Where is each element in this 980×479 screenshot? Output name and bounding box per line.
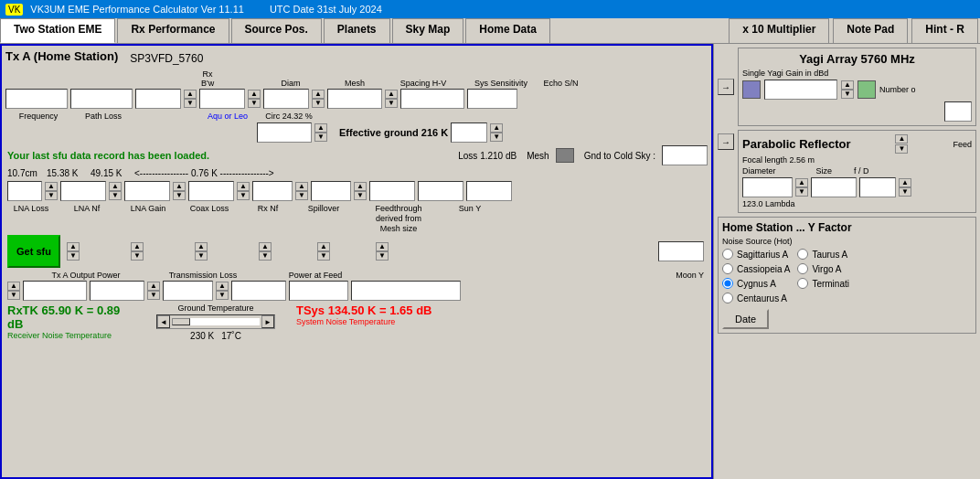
radio-cassiopeia[interactable]: Cassiopeia A: [722, 263, 790, 274]
diam-down[interactable]: ▼: [248, 99, 261, 108]
radio-terminati-input[interactable]: [797, 278, 808, 289]
tx-a-title: Tx A (Home Station): [5, 49, 118, 63]
main-layout: Tx A (Home Station) SP3VFD_5760 Rx B'w D…: [0, 44, 980, 479]
power-dbw-input[interactable]: 15.73 dBW: [289, 281, 348, 301]
fd-spinner[interactable]: ▲ ▼: [899, 178, 911, 197]
ground-temp-scrollbar[interactable]: ◄ ►: [156, 314, 275, 329]
tx-watts-input[interactable]: 42 Watts: [23, 281, 87, 301]
tab-rx-performance[interactable]: Rx Performance: [117, 18, 229, 43]
v5-spinner[interactable]: ▲ ▼: [295, 182, 308, 200]
yagi-gain-spinner[interactable]: ▲ ▼: [841, 80, 854, 99]
v9-input[interactable]: 20.52 dB: [466, 181, 512, 201]
mesh-up[interactable]: ▲: [312, 90, 325, 99]
ground-temp-right-btn[interactable]: ►: [261, 315, 274, 328]
radio-cygnus[interactable]: Cygnus A: [722, 278, 790, 289]
radio-virgo-input[interactable]: [797, 263, 808, 274]
radio-centaurus[interactable]: Centaurus A: [722, 293, 790, 303]
tx-dbw-input[interactable]: 16.23 dBW: [90, 281, 144, 301]
tab-hint[interactable]: Hint - R: [911, 18, 978, 43]
fd-input[interactable]: 0.40: [859, 177, 896, 197]
rx-bw-down[interactable]: ▼: [184, 99, 197, 108]
radio-taurus-input[interactable]: [797, 249, 808, 260]
val-090-input[interactable]: 0.90: [451, 122, 487, 143]
get-sfu-spinner[interactable]: ▲ ▼: [67, 242, 80, 261]
yagi-color-box: [742, 80, 761, 99]
val090-spinner[interactable]: ▲ ▼: [490, 123, 503, 142]
diam-input[interactable]: 120 Hz: [199, 89, 245, 109]
radio-cygnus-input[interactable]: [722, 278, 733, 289]
v4-input[interactable]: 26.0 dB: [188, 181, 234, 201]
lna-gain-label: LNA Gain: [119, 204, 177, 233]
tab-two-station-eme[interactable]: Two Station EME: [0, 18, 115, 43]
ground-temp-thumb[interactable]: [172, 318, 190, 325]
v1-spinner[interactable]: ▲ ▼: [45, 182, 58, 200]
feed-up-btn[interactable]: ▲: [895, 134, 908, 144]
spacing2-down[interactable]: ▼: [314, 133, 327, 142]
tab-source-pos[interactable]: Source Pos.: [231, 18, 322, 43]
diameter-spinner[interactable]: ▲ ▼: [795, 178, 808, 197]
metric-input[interactable]: Metric: [811, 177, 857, 197]
tab-note-pad[interactable]: Note Pad: [833, 18, 908, 43]
tab-home-data[interactable]: Home Data: [465, 18, 550, 43]
val090-down[interactable]: ▼: [490, 133, 503, 142]
spacing-input[interactable]: 8.00 mm: [327, 89, 382, 109]
radio-sagittarius-input[interactable]: [722, 249, 733, 260]
transmission-loss-spinner[interactable]: ▲ ▼: [147, 282, 160, 300]
val090-up[interactable]: ▲: [490, 123, 503, 133]
v3-spinner[interactable]: ▲ ▼: [173, 182, 186, 200]
ground-temp-left-btn[interactable]: ◄: [157, 315, 170, 328]
date-button[interactable]: Date: [722, 309, 769, 329]
radio-centaurus-input[interactable]: [722, 293, 733, 303]
spacing2-spinner[interactable]: ▲ ▼: [314, 123, 327, 142]
spacing2-up[interactable]: ▲: [314, 123, 327, 133]
diam-up[interactable]: ▲: [248, 90, 261, 99]
diam-spinner[interactable]: ▲ ▼: [248, 90, 261, 108]
arrow-left-2[interactable]: →: [718, 133, 734, 150]
v6-input[interactable]: 1.0 dB: [311, 181, 351, 201]
diameter-input[interactable]: 6.40 m: [742, 177, 793, 197]
power-watts-input[interactable]: 37 Watts: [231, 281, 286, 301]
frequency-input[interactable]: 5760 MHz: [5, 89, 68, 109]
radio-cassiopeia-input[interactable]: [722, 263, 733, 274]
tx-power-spinner[interactable]: ▲ ▼: [7, 282, 20, 300]
radio-sagittarius[interactable]: Sagittarius A: [722, 249, 790, 260]
tab-sky-map[interactable]: Sky Map: [392, 18, 464, 43]
yagi-gain-input[interactable]: 16.00 dBd: [764, 80, 837, 100]
spacing-up[interactable]: ▲: [385, 90, 398, 99]
v7-input[interactable]: 25.33 K: [369, 181, 415, 201]
v5-input[interactable]: 2.0 dB: [252, 181, 293, 201]
tab-planets[interactable]: Planets: [324, 18, 390, 43]
v8-input[interactable]: 35.27 K: [418, 181, 463, 201]
sys-sensitivity-input[interactable]: -156.5 dBm: [400, 89, 464, 109]
rx-bw-input[interactable]: 8.0 K: [135, 89, 181, 109]
v6-spinner[interactable]: ▲ ▼: [354, 182, 367, 200]
spacing-spinner[interactable]: ▲ ▼: [385, 90, 398, 108]
tab-x10-multiplier[interactable]: x 10 Multiplier: [729, 18, 829, 43]
gnd-cold-sky-val[interactable]: 3.59 dB: [662, 145, 708, 165]
rx-bw-up[interactable]: ▲: [184, 90, 197, 99]
get-sfu-button[interactable]: Get sfu: [7, 235, 60, 268]
v4-spinner[interactable]: ▲ ▼: [237, 182, 250, 200]
echo-sn-input[interactable]: 15.41 dB: [467, 89, 517, 109]
mesh-down[interactable]: ▼: [312, 99, 325, 108]
feed-down-btn[interactable]: ▼: [895, 144, 908, 154]
mesh-input[interactable]: 0.80 mm: [263, 89, 309, 109]
spacing2-input[interactable]: 8.00 mm: [257, 122, 312, 143]
v2-input[interactable]: 0.20 dB: [60, 181, 106, 201]
v1-input[interactable]: 168: [7, 181, 42, 201]
path-loss-input[interactable]: 283.93 dB: [70, 89, 133, 109]
radio-terminati[interactable]: Terminati: [797, 278, 849, 289]
arrow-left-1[interactable]: →: [718, 79, 734, 95]
yagi-number-input[interactable]: 1: [944, 101, 972, 122]
radio-taurus[interactable]: Taurus A: [797, 249, 849, 260]
transmission-loss-input[interactable]: 0.5 dB: [163, 281, 213, 301]
power-feed-spinner[interactable]: ▲ ▼: [216, 282, 229, 300]
v2-spinner[interactable]: ▲ ▼: [109, 182, 122, 200]
spacing-down[interactable]: ▼: [385, 99, 398, 108]
feedthrough-input[interactable]: 2.08 dB: [658, 241, 704, 261]
radio-virgo[interactable]: Virgo A: [797, 263, 849, 274]
rx-bw-spinner[interactable]: ▲ ▼: [184, 90, 197, 108]
mesh-spinner[interactable]: ▲ ▼: [312, 90, 325, 108]
eirp-input[interactable]: 3,400,045 W EIRP: [351, 281, 461, 301]
v3-input[interactable]: 0.68 dB: [124, 181, 170, 201]
